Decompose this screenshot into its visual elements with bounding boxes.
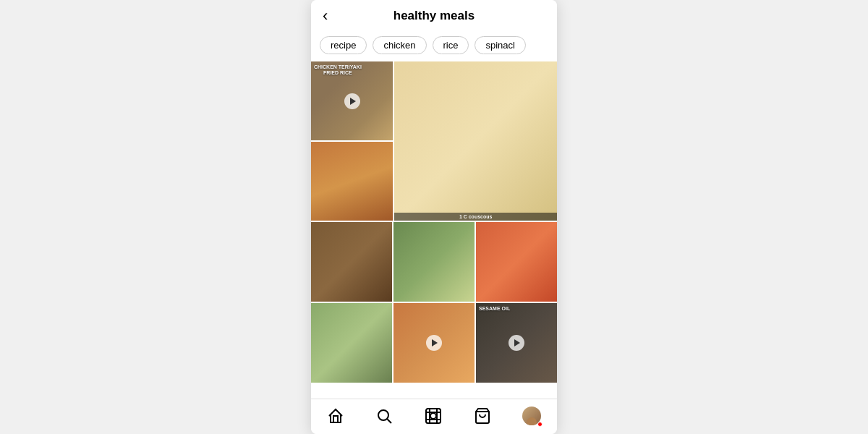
nav-home[interactable] bbox=[327, 407, 344, 425]
nav-profile[interactable] bbox=[522, 407, 541, 425]
page-header: ‹ healthy meals bbox=[311, 0, 557, 32]
post-bread[interactable] bbox=[311, 222, 392, 302]
overlay-label-teriyaki: CHICKEN TERIYAKIFRIED RICE bbox=[314, 64, 362, 77]
play-icon-roasted bbox=[426, 335, 442, 351]
reels-icon bbox=[425, 407, 442, 425]
post-parfait[interactable] bbox=[393, 222, 475, 302]
filter-chicken[interactable]: chicken bbox=[373, 36, 426, 54]
filter-row: recipe chicken rice spinacl bbox=[311, 32, 557, 61]
overlay-label-sesame: SESAME OIL bbox=[479, 306, 510, 312]
svg-line-1 bbox=[388, 420, 392, 424]
image-grid: CHICKEN TERIYAKIFRIED RICE 1 C couscous bbox=[311, 61, 557, 399]
svg-point-0 bbox=[378, 410, 388, 420]
nav-shop[interactable] bbox=[474, 407, 491, 425]
post-couscous[interactable]: 1 C couscous bbox=[394, 61, 557, 221]
notification-dot bbox=[537, 422, 542, 427]
play-icon-teriyaki bbox=[344, 93, 360, 109]
post-teriyaki[interactable]: CHICKEN TERIYAKIFRIED RICE bbox=[311, 61, 393, 140]
grid-row-3: SESAME OIL bbox=[311, 303, 557, 383]
shop-icon bbox=[474, 407, 491, 425]
grid-row-2 bbox=[311, 222, 557, 302]
overlay-label-couscous: 1 C couscous bbox=[394, 213, 557, 221]
svg-point-3 bbox=[430, 413, 436, 419]
grid-col-left: CHICKEN TERIYAKIFRIED RICE bbox=[311, 61, 393, 221]
post-chickpea[interactable] bbox=[311, 303, 392, 383]
bottom-nav bbox=[311, 399, 557, 434]
back-button[interactable]: ‹ bbox=[323, 8, 328, 24]
post-salad[interactable] bbox=[476, 222, 557, 302]
grid-row-1: CHICKEN TERIYAKIFRIED RICE 1 C couscous bbox=[311, 61, 557, 221]
filter-spinach[interactable]: spinacl bbox=[475, 36, 525, 54]
phone-frame: ‹ healthy meals recipe chicken rice spin… bbox=[311, 0, 557, 434]
play-icon-sesame bbox=[509, 335, 524, 351]
home-icon bbox=[327, 407, 344, 425]
filter-rice[interactable]: rice bbox=[433, 36, 469, 54]
filter-recipe[interactable]: recipe bbox=[320, 36, 367, 54]
search-icon bbox=[375, 407, 393, 425]
post-bowl[interactable] bbox=[311, 142, 393, 221]
post-sesame[interactable]: SESAME OIL bbox=[476, 303, 557, 383]
svg-rect-2 bbox=[426, 409, 441, 423]
page-title: healthy meals bbox=[393, 9, 475, 23]
post-roasted[interactable] bbox=[393, 303, 475, 383]
nav-search[interactable] bbox=[375, 407, 393, 425]
nav-reels[interactable] bbox=[425, 407, 442, 425]
